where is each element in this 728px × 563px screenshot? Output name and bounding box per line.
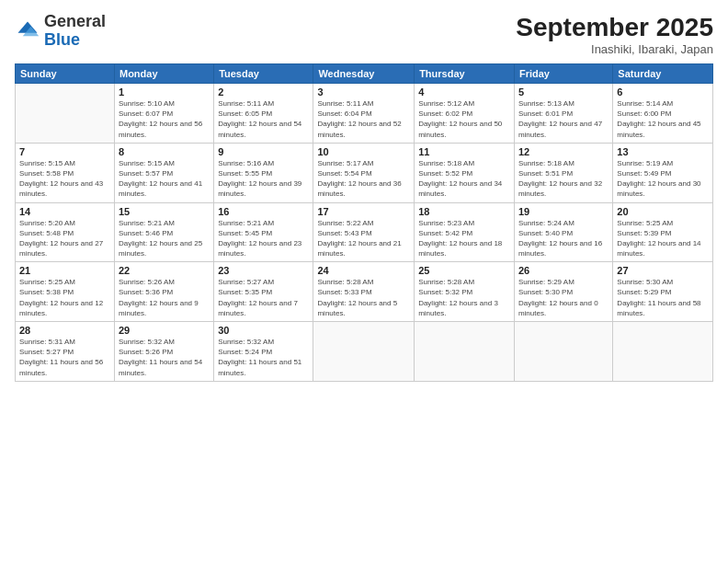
title-block: September 2025 Inashiki, Ibaraki, Japan: [516, 13, 713, 56]
location: Inashiki, Ibaraki, Japan: [516, 42, 713, 56]
day-number: 11: [418, 146, 510, 157]
day-info: Sunrise: 5:27 AM Sunset: 5:35 PM Dayligh…: [218, 277, 309, 318]
day-number: 15: [119, 206, 210, 217]
day-number: 1: [119, 86, 210, 98]
day-info: Sunrise: 5:32 AM Sunset: 5:26 PM Dayligh…: [119, 337, 210, 378]
logo-text: General Blue: [44, 13, 106, 50]
day-number: 25: [418, 265, 510, 276]
calendar-cell: 25Sunrise: 5:28 AM Sunset: 5:32 PM Dayli…: [415, 262, 515, 322]
day-info: Sunrise: 5:22 AM Sunset: 5:43 PM Dayligh…: [317, 218, 410, 259]
calendar-cell: 1Sunrise: 5:10 AM Sunset: 6:07 PM Daylig…: [114, 84, 213, 144]
logo-general: General: [44, 12, 106, 30]
calendar-week-row: 1Sunrise: 5:10 AM Sunset: 6:07 PM Daylig…: [16, 84, 713, 144]
calendar-cell: 20Sunrise: 5:25 AM Sunset: 5:39 PM Dayli…: [613, 202, 713, 262]
day-number: 24: [317, 265, 410, 276]
calendar-cell: 9Sunrise: 5:16 AM Sunset: 5:55 PM Daylig…: [214, 143, 313, 202]
day-info: Sunrise: 5:11 AM Sunset: 6:05 PM Dayligh…: [218, 98, 309, 140]
day-number: 20: [617, 206, 709, 217]
calendar-cell: 12Sunrise: 5:18 AM Sunset: 5:51 PM Dayli…: [514, 143, 612, 202]
weekday-header: Tuesday: [214, 64, 313, 84]
day-number: 27: [617, 265, 709, 276]
day-info: Sunrise: 5:26 AM Sunset: 5:36 PM Dayligh…: [119, 277, 210, 318]
day-number: 9: [218, 146, 309, 157]
calendar-cell: 22Sunrise: 5:26 AM Sunset: 5:36 PM Dayli…: [114, 262, 213, 322]
day-number: 2: [218, 86, 309, 98]
day-number: 22: [119, 265, 210, 276]
day-info: Sunrise: 5:30 AM Sunset: 5:29 PM Dayligh…: [617, 277, 709, 318]
day-info: Sunrise: 5:23 AM Sunset: 5:42 PM Dayligh…: [418, 218, 510, 259]
day-info: Sunrise: 5:12 AM Sunset: 6:02 PM Dayligh…: [418, 98, 510, 140]
calendar-cell: 18Sunrise: 5:23 AM Sunset: 5:42 PM Dayli…: [415, 202, 515, 262]
day-info: Sunrise: 5:16 AM Sunset: 5:55 PM Dayligh…: [218, 158, 309, 200]
day-number: 10: [317, 146, 410, 157]
page: General Blue September 2025 Inashiki, Ib…: [0, 0, 728, 563]
day-number: 29: [119, 325, 210, 336]
day-number: 6: [617, 86, 709, 98]
logo: General Blue: [15, 13, 106, 50]
calendar-cell: 11Sunrise: 5:18 AM Sunset: 5:52 PM Dayli…: [415, 143, 515, 202]
weekday-header: Wednesday: [313, 64, 415, 84]
calendar-cell: [16, 84, 115, 144]
calendar-cell: 13Sunrise: 5:19 AM Sunset: 5:49 PM Dayli…: [613, 143, 713, 202]
day-number: 18: [418, 206, 510, 217]
calendar-week-row: 7Sunrise: 5:15 AM Sunset: 5:58 PM Daylig…: [16, 143, 713, 202]
day-info: Sunrise: 5:18 AM Sunset: 5:52 PM Dayligh…: [418, 158, 510, 200]
calendar-cell: 24Sunrise: 5:28 AM Sunset: 5:33 PM Dayli…: [313, 262, 415, 322]
day-number: 12: [518, 146, 609, 157]
calendar-cell: 5Sunrise: 5:13 AM Sunset: 6:01 PM Daylig…: [514, 84, 612, 144]
weekday-header-row: SundayMondayTuesdayWednesdayThursdayFrid…: [16, 64, 713, 84]
calendar-cell: 16Sunrise: 5:21 AM Sunset: 5:45 PM Dayli…: [214, 202, 313, 262]
calendar-cell: 29Sunrise: 5:32 AM Sunset: 5:26 PM Dayli…: [114, 322, 213, 382]
calendar-cell: 3Sunrise: 5:11 AM Sunset: 6:04 PM Daylig…: [313, 84, 415, 144]
day-info: Sunrise: 5:25 AM Sunset: 5:39 PM Dayligh…: [617, 218, 709, 259]
calendar-cell: 28Sunrise: 5:31 AM Sunset: 5:27 PM Dayli…: [16, 322, 115, 382]
calendar-week-row: 28Sunrise: 5:31 AM Sunset: 5:27 PM Dayli…: [16, 322, 713, 382]
weekday-header: Sunday: [16, 64, 115, 84]
day-info: Sunrise: 5:21 AM Sunset: 5:46 PM Dayligh…: [119, 218, 210, 259]
day-info: Sunrise: 5:28 AM Sunset: 5:32 PM Dayligh…: [418, 277, 510, 318]
calendar-cell: 23Sunrise: 5:27 AM Sunset: 5:35 PM Dayli…: [214, 262, 313, 322]
calendar-cell: 30Sunrise: 5:32 AM Sunset: 5:24 PM Dayli…: [214, 322, 313, 382]
day-number: 16: [218, 206, 309, 217]
day-number: 14: [19, 206, 110, 217]
weekday-header: Friday: [514, 64, 612, 84]
month-title: September 2025: [516, 13, 713, 42]
day-info: Sunrise: 5:21 AM Sunset: 5:45 PM Dayligh…: [218, 218, 309, 259]
calendar-cell: 8Sunrise: 5:15 AM Sunset: 5:57 PM Daylig…: [114, 143, 213, 202]
calendar-week-row: 14Sunrise: 5:20 AM Sunset: 5:48 PM Dayli…: [16, 202, 713, 262]
day-info: Sunrise: 5:20 AM Sunset: 5:48 PM Dayligh…: [19, 218, 110, 259]
calendar-cell: [415, 322, 515, 382]
day-number: 21: [19, 265, 110, 276]
calendar-cell: [613, 322, 713, 382]
day-number: 8: [119, 146, 210, 157]
calendar: SundayMondayTuesdayWednesdayThursdayFrid…: [15, 63, 713, 382]
weekday-header: Monday: [114, 64, 213, 84]
calendar-cell: [313, 322, 415, 382]
calendar-cell: 10Sunrise: 5:17 AM Sunset: 5:54 PM Dayli…: [313, 143, 415, 202]
header: General Blue September 2025 Inashiki, Ib…: [15, 13, 713, 56]
day-info: Sunrise: 5:13 AM Sunset: 6:01 PM Dayligh…: [518, 98, 609, 140]
weekday-header: Saturday: [613, 64, 713, 84]
day-info: Sunrise: 5:15 AM Sunset: 5:58 PM Dayligh…: [19, 158, 110, 200]
logo-blue: Blue: [44, 30, 80, 49]
day-info: Sunrise: 5:28 AM Sunset: 5:33 PM Dayligh…: [317, 277, 410, 318]
day-number: 19: [518, 206, 609, 217]
calendar-cell: 26Sunrise: 5:29 AM Sunset: 5:30 PM Dayli…: [514, 262, 612, 322]
weekday-header: Thursday: [415, 64, 515, 84]
day-info: Sunrise: 5:31 AM Sunset: 5:27 PM Dayligh…: [19, 337, 110, 378]
logo-icon: [15, 18, 40, 44]
calendar-cell: 6Sunrise: 5:14 AM Sunset: 6:00 PM Daylig…: [613, 84, 713, 144]
calendar-cell: 15Sunrise: 5:21 AM Sunset: 5:46 PM Dayli…: [114, 202, 213, 262]
calendar-cell: 19Sunrise: 5:24 AM Sunset: 5:40 PM Dayli…: [514, 202, 612, 262]
day-number: 26: [518, 265, 609, 276]
day-info: Sunrise: 5:14 AM Sunset: 6:00 PM Dayligh…: [617, 98, 709, 140]
day-number: 23: [218, 265, 309, 276]
calendar-cell: 17Sunrise: 5:22 AM Sunset: 5:43 PM Dayli…: [313, 202, 415, 262]
calendar-week-row: 21Sunrise: 5:25 AM Sunset: 5:38 PM Dayli…: [16, 262, 713, 322]
day-number: 13: [617, 146, 709, 157]
day-info: Sunrise: 5:19 AM Sunset: 5:49 PM Dayligh…: [617, 158, 709, 200]
day-number: 4: [418, 86, 510, 98]
day-info: Sunrise: 5:17 AM Sunset: 5:54 PM Dayligh…: [317, 158, 410, 200]
day-number: 17: [317, 206, 410, 217]
day-info: Sunrise: 5:32 AM Sunset: 5:24 PM Dayligh…: [218, 337, 309, 378]
